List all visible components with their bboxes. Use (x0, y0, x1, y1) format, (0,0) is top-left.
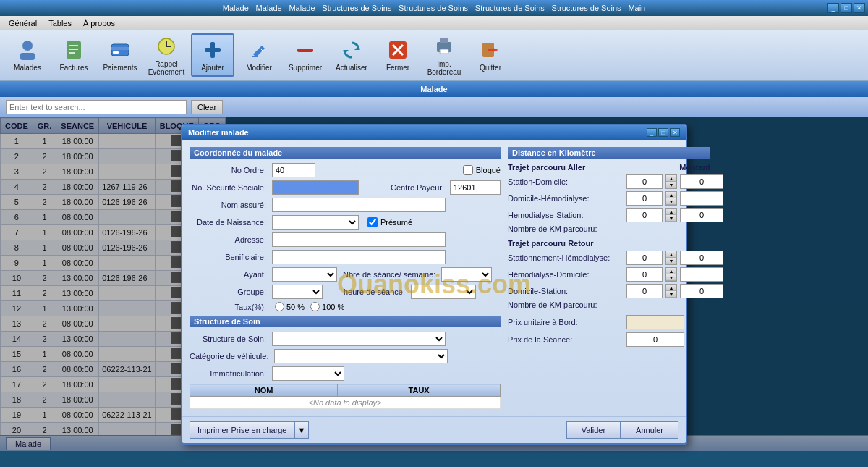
clear-button[interactable]: Clear (191, 100, 223, 114)
tool-malades[interactable]: Malades (6, 33, 49, 77)
immatriculation-select[interactable] (272, 366, 344, 381)
prix-unitaire-input[interactable] (626, 315, 684, 329)
groupe-select[interactable] (272, 285, 323, 299)
stationnement-hemodialyse-up[interactable]: ▲ (666, 251, 676, 258)
minimize-button[interactable]: _ (827, 3, 839, 13)
tool-paiements[interactable]: Paiements (98, 33, 142, 77)
modal-title-buttons: _ □ ✕ (647, 128, 680, 137)
categorie-vehicule-row: Catégorie de véhicule: (190, 349, 501, 363)
domicile-station-montant[interactable] (680, 284, 723, 298)
categorie-vehicule-select[interactable] (274, 349, 448, 363)
menu-tables[interactable]: Tables (43, 17, 77, 29)
svg-rect-23 (440, 38, 448, 43)
date-naissance-label: Date de Naissance: (190, 218, 269, 227)
stationnement-hemodialyse-down[interactable]: ▼ (666, 258, 676, 264)
tool-modifier[interactable]: Modifier (237, 33, 281, 77)
hemodialyse-station-up[interactable]: ▲ (666, 209, 676, 215)
stationnement-hemodialyse-label: Stationnement-Hémodialyse: (508, 253, 624, 262)
imprimer-button[interactable]: Imprimer Prise en charge (190, 421, 295, 439)
prix-unitaire-row: Prix unitaire à Bord: (508, 315, 710, 329)
imp-bordereau-label: Imp. Bordereau (426, 60, 462, 76)
centre-payeur-input[interactable] (450, 180, 501, 195)
modal-overlay: Ouanokiss.com Modifier malade _ □ ✕ Coor… (0, 117, 868, 451)
domicile-station-up[interactable]: ▲ (666, 285, 676, 291)
taux-row: Taux(%): 50 % 100 % (190, 302, 501, 311)
tool-imp-bordereau[interactable]: Imp. Bordereau (422, 33, 466, 77)
imp-bordereau-icon (433, 35, 456, 58)
imprimer-dropdown[interactable]: ▼ (295, 421, 310, 439)
modal-close-btn[interactable]: ✕ (670, 128, 680, 137)
hemodialyse-domicile-input[interactable] (626, 267, 663, 282)
no-ordre-input[interactable] (272, 163, 315, 177)
tool-actualiser[interactable]: Actualiser (330, 33, 373, 77)
modal-maximize-btn[interactable]: □ (658, 128, 668, 137)
domicile-hemodialyse-label: Domicile-Hémodialyse: (508, 194, 624, 203)
domicile-hemodialyse-down[interactable]: ▼ (666, 198, 676, 205)
presume-checkbox[interactable] (367, 217, 378, 227)
tool-ajouter[interactable]: Ajouter (191, 33, 234, 77)
tool-quitter[interactable]: Quitter (469, 33, 512, 77)
bloque-checkbox[interactable] (463, 165, 473, 175)
annuler-button[interactable]: Annuler (621, 421, 678, 439)
modifier-icon (247, 38, 271, 62)
no-secu-input[interactable] (272, 180, 359, 195)
taux-50-radio[interactable] (275, 302, 284, 311)
groupe-row: Groupe: heure de séance: (190, 285, 501, 299)
bloque-label: Bloqué (476, 166, 501, 174)
stationnement-hemodialyse-montant[interactable] (680, 251, 723, 265)
hemodialyse-station-input[interactable] (626, 208, 663, 222)
nbre-seance-select[interactable] (441, 267, 492, 282)
paiements-label: Paiements (103, 64, 137, 72)
prix-seance-input[interactable] (626, 332, 684, 347)
paiements-icon (109, 38, 132, 62)
svg-rect-13 (205, 48, 221, 52)
ayant-select[interactable] (272, 267, 337, 282)
benificiaire-label: Benificiaire: (190, 253, 269, 261)
stationnement-hemodialyse-input[interactable] (626, 251, 663, 265)
search-input[interactable] (6, 100, 187, 114)
tool-supprimer[interactable]: Supprimer (284, 33, 327, 77)
inner-col-taux: TAUX (338, 384, 501, 397)
valider-button[interactable]: Valider (566, 421, 621, 439)
domicile-hemodialyse-montant[interactable] (680, 191, 723, 206)
hemodialyse-station-down[interactable]: ▼ (666, 215, 676, 222)
tool-fermer[interactable]: Fermer (376, 33, 420, 77)
taux-100-radio[interactable] (310, 302, 320, 311)
heure-seance-select[interactable] (411, 285, 476, 299)
nom-assure-input[interactable] (272, 198, 446, 212)
domicile-hemodialyse-up[interactable]: ▲ (666, 192, 676, 198)
station-domicile-input[interactable] (626, 174, 663, 189)
menu-general[interactable]: Général (3, 17, 43, 29)
no-data-cell: <No data to display> (190, 397, 501, 409)
maximize-button[interactable]: □ (841, 3, 852, 13)
hemodialyse-domicile-montant[interactable] (680, 267, 723, 282)
close-button[interactable]: ✕ (854, 3, 865, 13)
taux-50-text: 50 % (286, 303, 305, 311)
menu-apropos[interactable]: À propos (77, 17, 121, 29)
hemodialyse-domicile-up[interactable]: ▲ (666, 268, 676, 274)
modal-left-panel: Coordonnée du malade No Ordre: Bloqué No… (190, 147, 501, 409)
hemodialyse-domicile-down[interactable]: ▼ (666, 274, 676, 281)
station-domicile-down[interactable]: ▼ (666, 182, 676, 188)
adresse-input[interactable] (272, 232, 446, 247)
benificiaire-input[interactable] (272, 250, 446, 264)
date-naissance-select[interactable] (272, 215, 359, 230)
rappel-icon (155, 35, 178, 58)
presume-label: Présumé (380, 218, 412, 227)
svg-rect-15 (252, 56, 258, 57)
structure-soin-select[interactable] (272, 332, 446, 346)
tool-factures[interactable]: Factures (52, 33, 95, 77)
stationnement-hemodialyse-spinner: ▲ ▼ (665, 251, 677, 265)
tool-rappel[interactable]: Rappel Evènement (145, 33, 188, 77)
hemodialyse-domicile-spinner: ▲ ▼ (665, 267, 677, 282)
domicile-station-spinner: ▲ ▼ (665, 284, 677, 298)
section-title: Malade (0, 81, 868, 97)
domicile-hemodialyse-input[interactable] (626, 191, 663, 206)
domicile-station-down[interactable]: ▼ (666, 291, 676, 298)
station-domicile-up[interactable]: ▲ (666, 175, 676, 182)
station-domicile-montant[interactable] (680, 174, 723, 189)
modal-minimize-btn[interactable]: _ (647, 128, 657, 137)
domicile-station-input[interactable] (626, 284, 663, 298)
hemodialyse-station-montant[interactable] (680, 208, 723, 222)
actualiser-label: Actualiser (336, 64, 367, 72)
